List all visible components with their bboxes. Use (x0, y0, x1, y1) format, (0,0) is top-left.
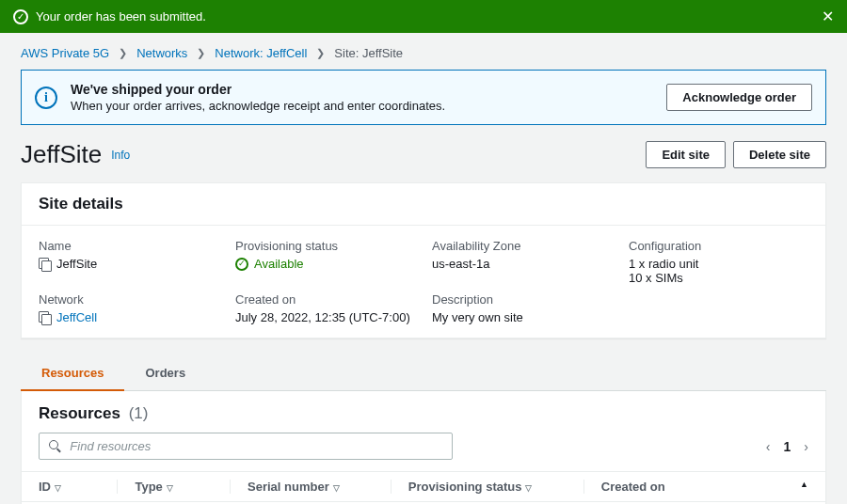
name-value: JeffSite (56, 257, 97, 271)
breadcrumb-sep-icon: ❯ (316, 47, 325, 59)
name-label: Name (39, 239, 218, 253)
created-value: July 28, 2022, 12:35 (UTC-7:00) (235, 310, 415, 324)
pager-current: 1 (784, 439, 791, 454)
edit-site-button[interactable]: Edit site (646, 141, 726, 168)
delete-site-button[interactable]: Delete site (733, 141, 826, 168)
info-link[interactable]: Info (111, 149, 130, 162)
search-input[interactable] (68, 438, 442, 454)
desc-value: My very own site (432, 310, 612, 324)
pager-prev-icon[interactable]: ‹ (766, 439, 771, 454)
search-icon (49, 440, 60, 452)
breadcrumb-sep-icon: ❯ (197, 47, 205, 59)
az-label: Availability Zone (432, 239, 612, 253)
created-label: Created on (235, 292, 415, 307)
tabs: Resources Orders (21, 355, 826, 391)
flash-close-icon[interactable]: ✕ (822, 8, 834, 25)
col-created[interactable]: Created on▲ (584, 472, 825, 502)
breadcrumb-root[interactable]: AWS Private 5G (21, 46, 109, 60)
resources-title: Resources (39, 404, 120, 422)
info-icon: i (35, 87, 57, 109)
desc-label: Description (432, 292, 612, 307)
config-label: Configuration (629, 239, 808, 253)
alert-body: When your order arrives, acknowledge rec… (71, 99, 653, 113)
search-box[interactable] (39, 433, 453, 460)
copy-icon[interactable] (39, 311, 51, 323)
breadcrumb-networks[interactable]: Networks (136, 46, 187, 60)
network-label: Network (39, 292, 218, 307)
breadcrumb-network[interactable]: Network: JeffCell (215, 46, 307, 60)
site-details-panel: Site details Name JeffSite Provisioning … (21, 182, 826, 339)
pager-next-icon[interactable]: › (804, 439, 808, 454)
breadcrumb-site: Site: JeffSite (334, 46, 403, 60)
col-type[interactable]: Type▽ (118, 472, 231, 502)
status-available-icon: ✓ (235, 258, 248, 271)
pager: ‹ 1 › (766, 439, 808, 454)
resources-table: ID▽ Type▽ Serial number▽ Provisioning st… (22, 471, 825, 504)
alert-title: We've shipped your order (71, 82, 653, 97)
col-id[interactable]: ID▽ (22, 472, 118, 502)
config-line2: 10 x SIMs (629, 271, 808, 285)
flash-success: ✓ Your order has been submitted. ✕ (0, 0, 847, 33)
success-check-icon: ✓ (13, 9, 28, 24)
acknowledge-order-button[interactable]: Acknowledge order (666, 84, 812, 111)
breadcrumb: AWS Private 5G ❯ Networks ❯ Network: Jef… (21, 46, 826, 60)
tab-orders[interactable]: Orders (124, 356, 206, 391)
col-status[interactable]: Provisioning status▽ (392, 472, 584, 502)
shipped-alert: i We've shipped your order When your ord… (21, 70, 826, 125)
breadcrumb-sep-icon: ❯ (119, 47, 127, 59)
copy-icon[interactable] (39, 258, 51, 270)
site-details-heading: Site details (22, 183, 825, 226)
status-available: ✓ Available (235, 257, 304, 271)
tab-resources[interactable]: Resources (21, 356, 124, 391)
network-link[interactable]: JeffCell (56, 310, 97, 324)
page-title: JeffSite (21, 140, 102, 169)
az-value: us-east-1a (432, 257, 612, 271)
resources-panel: Resources (1) ‹ 1 › ID▽ Type▽ Serial num… (21, 391, 826, 504)
flash-message: Your order has been submitted. (36, 9, 206, 24)
prov-status-label: Provisioning status (235, 239, 415, 253)
config-line1: 1 x radio unit (629, 257, 808, 271)
resources-count: (1) (129, 404, 149, 422)
col-serial[interactable]: Serial number▽ (231, 472, 392, 502)
